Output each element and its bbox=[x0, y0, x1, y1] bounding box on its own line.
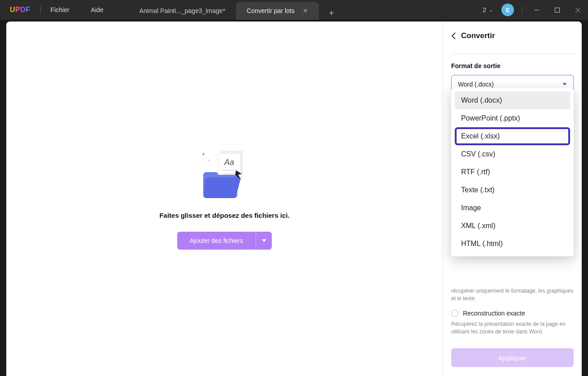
drop-zone[interactable]: Aa ✦ ✦ Faites glisser et déposez des fic… bbox=[6, 22, 443, 376]
back-icon[interactable] bbox=[451, 32, 456, 39]
divider bbox=[40, 6, 41, 14]
svg-text:✦: ✦ bbox=[201, 151, 205, 157]
close-window-button[interactable] bbox=[567, 0, 588, 20]
add-files-button[interactable]: Ajouter des fichiers bbox=[177, 232, 272, 250]
format-option-rtf[interactable]: RTF (.rtf) bbox=[455, 163, 570, 181]
minimize-button[interactable] bbox=[526, 0, 547, 20]
output-format-label: Format de sortie bbox=[451, 62, 574, 69]
menu-help[interactable]: Aide bbox=[91, 6, 104, 13]
svg-text:Aa: Aa bbox=[223, 158, 234, 167]
panel-title: Convertir bbox=[461, 31, 495, 40]
reconstruction-description: Récupérez la présentation exacte de la p… bbox=[451, 320, 574, 336]
format-option-image[interactable]: Image bbox=[455, 199, 570, 217]
convert-panel: Convertir Format de sortie Word (.docx) … bbox=[443, 22, 582, 376]
caret-down-icon bbox=[562, 83, 567, 86]
new-tab-button[interactable]: ＋ bbox=[324, 5, 339, 20]
reconstruction-option[interactable]: Reconstruction exacte bbox=[451, 310, 574, 317]
folder-illustration: Aa ✦ ✦ bbox=[193, 148, 256, 202]
tab-label: Animal Painti..._page3_image* bbox=[139, 7, 225, 14]
format-option-html[interactable]: HTML (.html) bbox=[455, 235, 570, 253]
menu-file[interactable]: Fichier bbox=[51, 6, 70, 13]
format-option-text[interactable]: Texte (.txt) bbox=[455, 181, 570, 199]
close-icon[interactable]: ✕ bbox=[303, 7, 308, 14]
user-avatar[interactable]: E bbox=[501, 4, 514, 16]
format-option-powerpoint[interactable]: PowerPoint (.pptx) bbox=[455, 109, 570, 127]
tab-label: Convertir par lots bbox=[247, 7, 295, 14]
radio-label: Reconstruction exacte bbox=[463, 310, 525, 317]
apply-button[interactable]: Appliquer bbox=[451, 348, 574, 367]
add-files-dropdown[interactable] bbox=[256, 232, 272, 250]
divider bbox=[451, 54, 574, 54]
tab-batch-convert[interactable]: Convertir par lots ✕ bbox=[236, 2, 319, 20]
format-dropdown: Word (.docx) PowerPoint (.pptx) Excel (.… bbox=[451, 88, 574, 256]
tab-document[interactable]: Animal Painti..._page3_image* bbox=[129, 2, 236, 20]
titlebar-right: 2 ⌄ E bbox=[483, 0, 588, 20]
drop-instruction: Faites glisser et déposez des fichiers i… bbox=[159, 212, 289, 219]
app-logo: UPDF bbox=[10, 6, 30, 14]
format-option-xml[interactable]: XML (.xml) bbox=[455, 217, 570, 235]
panel-header: Convertir bbox=[451, 31, 574, 40]
titlebar: UPDF Fichier Aide Animal Painti..._page3… bbox=[0, 0, 588, 20]
divider bbox=[522, 6, 523, 14]
add-files-label: Ajouter des fichiers bbox=[177, 232, 256, 250]
content-area: Aa ✦ ✦ Faites glisser et déposez des fic… bbox=[6, 22, 582, 376]
format-option-excel[interactable]: Excel (.xlsx) bbox=[455, 127, 570, 145]
format-option-csv[interactable]: CSV (.csv) bbox=[455, 145, 570, 163]
chevron-down-icon[interactable]: ⌄ bbox=[489, 7, 493, 13]
svg-rect-1 bbox=[555, 8, 559, 12]
radio-icon bbox=[451, 310, 458, 317]
notification-count[interactable]: 2 bbox=[483, 6, 486, 13]
svg-text:✦: ✦ bbox=[208, 159, 210, 162]
format-option-word[interactable]: Word (.docx) bbox=[455, 91, 570, 109]
option-description-partial: récupérer uniquement le formatage, les g… bbox=[451, 287, 574, 303]
select-value: Word (.docx) bbox=[458, 81, 494, 88]
maximize-button[interactable] bbox=[547, 0, 567, 20]
tab-bar: Animal Painti..._page3_image* Convertir … bbox=[129, 0, 339, 20]
